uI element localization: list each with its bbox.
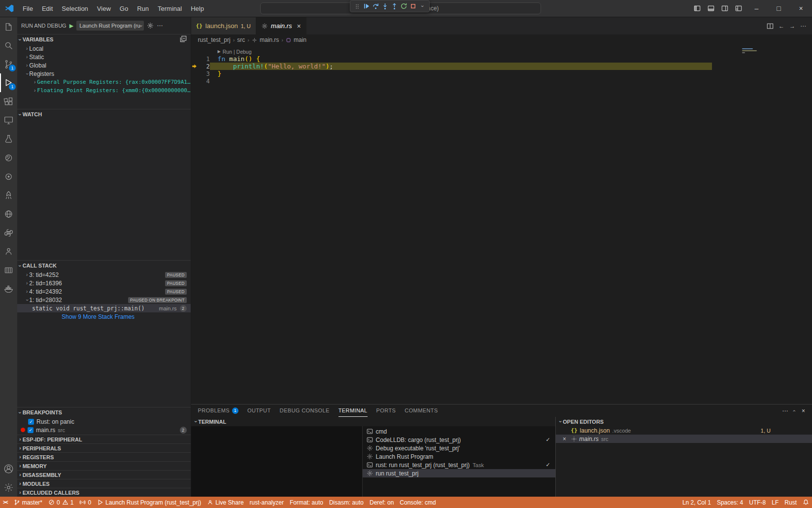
format-item[interactable]: Format: auto [287, 497, 326, 508]
maximize-icon[interactable]: □ [768, 0, 790, 17]
breakpoint-checkbox[interactable]: ✓ [28, 419, 34, 425]
menu-file[interactable]: File [18, 3, 37, 14]
tab-comments[interactable]: COMMENTS [405, 405, 438, 417]
settings-gear-icon[interactable] [0, 478, 17, 497]
breadcrumb-file[interactable]: main.rs [260, 36, 279, 43]
breadcrumb-project[interactable]: rust_test_prj [198, 36, 231, 43]
debug-restart-icon[interactable] [399, 1, 408, 11]
debug-step-over-icon[interactable] [371, 1, 380, 11]
remote-explorer-icon[interactable] [0, 111, 17, 130]
terminal-item-rust-run-task[interactable]: rust: run rust_test_prj (rust_test_prj)T… [363, 461, 555, 469]
close-tab-icon[interactable]: × [297, 22, 301, 30]
terminal-view-header[interactable]: ›TERMINAL [191, 417, 555, 426]
menu-terminal[interactable]: Terminal [153, 3, 186, 14]
code-editor[interactable]: ▶Run | Debug 1 fn main() { 2 println!("H… [191, 45, 812, 404]
configure-gear-icon[interactable] [147, 22, 154, 29]
split-editor-icon[interactable] [767, 23, 774, 30]
scope-global[interactable]: ›Global [17, 61, 191, 69]
search-icon[interactable] [0, 36, 17, 55]
start-debug-icon[interactable]: ▶ [69, 23, 73, 29]
source-control-icon[interactable]: 1 [0, 55, 17, 73]
accounts-icon[interactable] [0, 459, 17, 478]
rocket-icon[interactable] [0, 186, 17, 204]
tab-debug-console[interactable]: DEBUG CONSOLE [280, 405, 330, 417]
line-number[interactable]: 4 [198, 78, 210, 85]
watch-header[interactable]: ›WATCH [17, 109, 191, 119]
close-window-icon[interactable]: × [790, 0, 812, 17]
thread-row[interactable]: ›1: tid=28032PAUSED ON BREAKPOINT [17, 296, 191, 304]
chevron-down-icon[interactable]: › [418, 1, 427, 11]
maximize-panel-icon[interactable]: › [791, 410, 798, 412]
language-mode-item[interactable]: Rust [781, 497, 800, 508]
thread-row[interactable]: ›4: tid=24392PAUSED [17, 287, 191, 296]
line-number[interactable]: 1 [198, 56, 210, 63]
customize-layout-icon[interactable] [732, 1, 745, 15]
line-number[interactable]: 2 [198, 63, 210, 70]
variables-header[interactable]: ›VARIABLES [17, 34, 191, 44]
toggle-panel-icon[interactable] [704, 1, 718, 15]
rust-analyzer-item[interactable]: rust-analyzer [247, 497, 287, 508]
docker-icon[interactable] [0, 279, 17, 298]
container-icon[interactable] [0, 261, 17, 279]
debug-step-into-icon[interactable] [380, 1, 390, 11]
terminal-item-run-rust-test-prj[interactable]: run rust_test_prj [363, 469, 555, 477]
breadcrumb-src[interactable]: src [237, 36, 245, 43]
toggle-secondary-sidebar-icon[interactable] [718, 1, 732, 15]
cursor-position-item[interactable]: Ln 2, Col 1 [679, 497, 714, 508]
thread-row[interactable]: ›3: tid=4252PAUSED [17, 271, 191, 279]
close-panel-icon[interactable]: × [802, 407, 805, 414]
indentation-item[interactable]: Spaces: 4 [714, 497, 746, 508]
call-stack-header[interactable]: ›CALL STACK [17, 261, 191, 271]
eol-item[interactable]: LF [769, 497, 781, 508]
extensions-icon[interactable] [0, 92, 17, 111]
nav-forward-icon[interactable]: → [789, 23, 795, 30]
tab-main-rs[interactable]: main.rs × [256, 17, 306, 34]
breakpoint-checkbox[interactable]: ✓ [28, 427, 34, 433]
open-editors-header[interactable]: ›OPEN EDITORS [556, 417, 812, 426]
debug-status-item[interactable]: Launch Rust Program (rust_test_prj) [94, 497, 204, 508]
nav-back-icon[interactable]: ← [778, 23, 784, 30]
tab-terminal[interactable]: TERMINAL [338, 405, 368, 417]
testing-icon[interactable] [0, 130, 17, 148]
register-group-gpr[interactable]: ›General Purpose Registers: {rax:0x00007… [17, 78, 191, 86]
menu-run[interactable]: Run [133, 3, 153, 14]
menu-selection[interactable]: Selection [57, 3, 92, 14]
menu-edit[interactable]: Edit [37, 3, 57, 14]
tab-problems[interactable]: PROBLEMS1 [198, 405, 238, 417]
disasm-item[interactable]: Disasm: auto [326, 497, 367, 508]
current-frame-arrow-icon[interactable] [191, 64, 198, 69]
breakpoint-row[interactable]: ✓ Rust: on panic [17, 417, 191, 426]
open-editor-launch-json[interactable]: {} launch.json .vscode 1, U [556, 426, 812, 435]
debug-step-out-icon[interactable] [390, 1, 399, 11]
minimap[interactable] [742, 47, 759, 54]
python-icon[interactable] [0, 223, 17, 242]
menu-go[interactable]: Go [115, 3, 133, 14]
gripper-icon[interactable] [352, 1, 362, 11]
globe-icon[interactable] [0, 204, 17, 223]
debug-continue-icon[interactable] [362, 1, 371, 11]
breakpoints-header[interactable]: ›BREAKPOINTS [17, 407, 191, 417]
close-editor-icon[interactable]: × [561, 436, 569, 442]
scope-local[interactable]: ›Local [17, 44, 191, 53]
ports-item[interactable]: 0 [76, 497, 94, 508]
console-item[interactable]: Console: cmd [397, 497, 439, 508]
debug-stop-icon[interactable] [408, 1, 418, 11]
menu-view[interactable]: View [93, 3, 115, 14]
espressif-icon[interactable] [0, 148, 17, 167]
scope-static[interactable]: ›Static [17, 53, 191, 61]
tab-ports[interactable]: PORTS [376, 405, 396, 417]
open-editor-main-rs[interactable]: × main.rs src [556, 435, 812, 443]
encoding-item[interactable]: UTF-8 [746, 497, 769, 508]
more-actions-icon[interactable]: ⋯ [157, 22, 163, 29]
tab-launch-json[interactable]: {} launch.json 1, U [191, 17, 256, 34]
wokwi-icon[interactable] [0, 167, 17, 186]
terminal-item-debug-executable[interactable]: Debug executable 'rust_test_prj' [363, 444, 555, 452]
terminal-item-launch-rust-program[interactable]: Launch Rust Program [363, 452, 555, 461]
terminal-output[interactable] [191, 426, 362, 497]
minimize-icon[interactable]: – [745, 0, 768, 17]
breadcrumb-symbol[interactable]: main [294, 36, 306, 43]
thread-row[interactable]: ›2: tid=16396PAUSED [17, 279, 191, 287]
remote-indicator[interactable]: >< [0, 497, 11, 508]
scope-registers[interactable]: ›Registers [17, 69, 191, 78]
show-more-frames-link[interactable]: Show 9 More Stack Frames [17, 312, 191, 321]
